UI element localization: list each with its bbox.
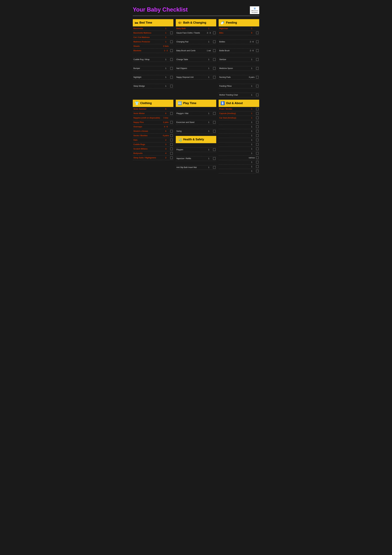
item-qty: 1 <box>204 112 213 115</box>
list-item: Anti Slip Bath Insert Mat1 <box>176 165 216 170</box>
item-name: Socks / Booties <box>133 134 162 137</box>
item-checkbox[interactable] <box>213 32 216 34</box>
item-checkbox[interactable] <box>213 166 216 169</box>
list-item: Socks / Booties4 pairs <box>133 133 173 138</box>
list-item: Sterlizer1 <box>219 58 259 62</box>
item-checkbox[interactable] <box>256 161 259 163</box>
item-checkbox[interactable] <box>256 117 259 119</box>
item-checkbox[interactable] <box>170 67 173 70</box>
item-checkbox[interactable] <box>256 125 259 128</box>
item-checkbox[interactable] <box>256 41 259 43</box>
item-qty: 1 - 2 <box>162 50 170 52</box>
item-qty: 3 Sets <box>162 45 170 47</box>
item-name: Car Seat (hire/buy) <box>219 117 247 119</box>
clothing-icon: 👕 <box>135 101 139 105</box>
item-checkbox[interactable] <box>256 143 259 146</box>
item-qty: 1 <box>162 58 170 61</box>
item-checkbox[interactable] <box>170 76 173 79</box>
item-name: Vests Summer <box>133 108 162 110</box>
item-checkbox[interactable] <box>170 134 173 137</box>
item-qty: 1 <box>247 27 256 29</box>
item-checkbox[interactable] <box>256 165 259 168</box>
section-out-about: 🚼 Out & About Pram / Stroller1Capsule (h… <box>219 100 259 173</box>
item-checkbox[interactable] <box>213 121 216 124</box>
list-item: Highchair1 <box>219 26 259 31</box>
item-qty: 2 <box>162 139 170 141</box>
item-checkbox[interactable] <box>256 121 259 124</box>
item-checkbox[interactable] <box>213 112 216 115</box>
item-checkbox[interactable] <box>170 156 173 159</box>
section-health: 🩺 Health & Safety Playpen1Vaporizer / Re… <box>176 136 216 170</box>
item-qty: 1 <box>204 58 213 61</box>
item-name: Pram / Stroller <box>219 108 247 110</box>
list-item <box>133 71 173 75</box>
item-checkbox[interactable] <box>213 49 216 52</box>
feeding-title: Feeding <box>226 21 237 24</box>
section-clothing: 👕 Clothing Vests Summer6Vests Winter6Nap… <box>133 100 173 173</box>
item-checkbox[interactable] <box>256 156 259 159</box>
item-checkbox[interactable] <box>256 148 259 150</box>
item-qty: 1 <box>162 85 170 87</box>
item-checkbox[interactable] <box>256 85 259 87</box>
item-name: Blankets <box>133 50 162 52</box>
item-checkbox[interactable] <box>256 67 259 70</box>
item-checkbox[interactable] <box>256 139 259 141</box>
item-checkbox[interactable] <box>256 108 259 110</box>
item-qty: 1 <box>247 130 256 132</box>
item-checkbox[interactable] <box>213 130 216 132</box>
item-qty: 4 pairs <box>162 134 170 137</box>
list-item: 1 <box>219 142 259 147</box>
list-item: Bassinette Mattress1 <box>133 31 173 35</box>
item-checkbox[interactable] <box>170 49 173 52</box>
item-checkbox[interactable] <box>256 112 259 115</box>
item-checkbox[interactable] <box>170 41 173 43</box>
item-checkbox[interactable] <box>256 134 259 137</box>
out-about-icon: 🚼 <box>221 101 225 105</box>
item-checkbox[interactable] <box>256 152 259 154</box>
list-item: Hats2 <box>133 138 173 142</box>
item-name: Medicine Spoon <box>219 67 247 69</box>
item-name: Sterlizer <box>219 58 247 61</box>
item-checkbox[interactable] <box>213 58 216 61</box>
item-checkbox[interactable] <box>256 58 259 61</box>
list-item <box>133 62 173 66</box>
item-checkbox[interactable] <box>213 76 216 79</box>
item-checkbox[interactable] <box>170 130 173 132</box>
item-checkbox[interactable] <box>213 148 216 151</box>
item-qty: 1 <box>204 157 213 160</box>
out-about-header: 🚼 Out & About <box>219 100 259 107</box>
item-checkbox[interactable] <box>256 170 259 172</box>
item-checkbox[interactable] <box>170 139 173 141</box>
item-qty: 1 <box>204 166 213 168</box>
item-checkbox[interactable] <box>170 112 173 115</box>
item-checkbox[interactable] <box>170 58 173 61</box>
item-checkbox[interactable] <box>170 148 173 150</box>
item-name: Mother' Feeding Chair <box>219 94 247 96</box>
item-checkbox[interactable] <box>213 41 216 43</box>
health-icon: 🩺 <box>178 138 182 142</box>
item-checkbox[interactable] <box>213 67 216 70</box>
item-checkbox[interactable] <box>170 152 173 154</box>
list-item <box>176 143 216 148</box>
list-item <box>219 88 259 93</box>
item-checkbox[interactable] <box>256 130 259 132</box>
item-checkbox[interactable] <box>256 76 259 79</box>
list-item: various <box>219 156 259 160</box>
item-name: Cot / Cot Mattress <box>133 36 162 38</box>
item-checkbox[interactable] <box>256 94 259 96</box>
out-about-items: Pram / Stroller1Capsule (hire/buy)1Car S… <box>219 107 259 173</box>
bath-title: Bath & Changing <box>183 21 206 24</box>
item-name: Nail Clippers <box>176 67 205 69</box>
item-checkbox[interactable] <box>256 49 259 52</box>
item-checkbox[interactable] <box>256 32 259 34</box>
item-checkbox[interactable] <box>213 157 216 160</box>
item-name: Nursing Pads <box>219 76 247 78</box>
list-item <box>176 71 216 75</box>
item-checkbox[interactable] <box>170 121 173 124</box>
item-checkbox[interactable] <box>170 143 173 146</box>
list-item <box>176 62 216 66</box>
page-title: Your Baby Checklist <box>133 6 188 13</box>
item-checkbox[interactable] <box>170 32 173 34</box>
item-checkbox[interactable] <box>170 85 173 87</box>
list-item <box>176 44 216 49</box>
